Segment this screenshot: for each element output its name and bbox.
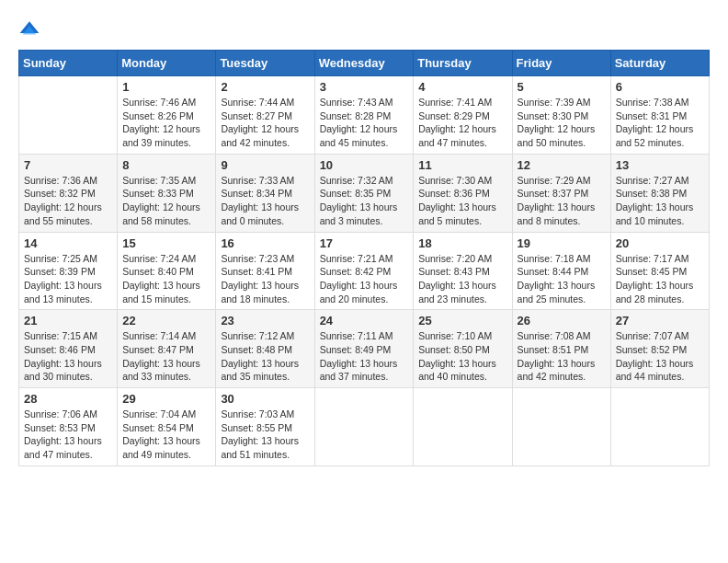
day-number: 4 (418, 80, 506, 94)
calendar-cell: 19Sunrise: 7:18 AMSunset: 8:44 PMDayligh… (512, 232, 610, 310)
day-number: 25 (418, 314, 506, 327)
day-info: Sunrise: 7:43 AMSunset: 8:28 PMDaylight:… (320, 96, 409, 150)
calendar-cell: 18Sunrise: 7:20 AMSunset: 8:43 PMDayligh… (414, 232, 512, 310)
day-number: 20 (616, 236, 704, 250)
calendar-cell: 25Sunrise: 7:10 AMSunset: 8:50 PMDayligh… (414, 310, 512, 388)
calendar-cell: 16Sunrise: 7:23 AMSunset: 8:41 PMDayligh… (216, 232, 314, 310)
day-number: 8 (122, 158, 210, 172)
day-info: Sunrise: 7:33 AMSunset: 8:34 PMDaylight:… (221, 174, 309, 228)
day-info: Sunrise: 7:38 AMSunset: 8:31 PMDaylight:… (616, 96, 704, 150)
calendar-cell (314, 388, 414, 466)
day-info: Sunrise: 7:11 AMSunset: 8:49 PMDaylight:… (320, 329, 409, 384)
day-info: Sunrise: 7:39 AMSunset: 8:30 PMDaylight:… (518, 96, 606, 150)
day-number: 24 (320, 314, 409, 327)
calendar-cell: 26Sunrise: 7:08 AMSunset: 8:51 PMDayligh… (512, 310, 610, 388)
calendar-cell (512, 388, 610, 466)
day-info: Sunrise: 7:12 AMSunset: 8:48 PMDaylight:… (221, 329, 309, 384)
day-number: 6 (616, 80, 704, 94)
day-number: 10 (320, 158, 409, 172)
calendar-cell: 29Sunrise: 7:04 AMSunset: 8:54 PMDayligh… (118, 388, 216, 466)
logo (18, 18, 44, 40)
calendar-cell (414, 388, 512, 466)
weekday-header: Thursday (414, 51, 512, 76)
day-number: 2 (221, 80, 309, 94)
calendar-cell (19, 76, 118, 155)
weekday-header: Friday (512, 51, 610, 76)
day-number: 22 (122, 314, 210, 327)
day-info: Sunrise: 7:27 AMSunset: 8:38 PMDaylight:… (616, 174, 704, 228)
day-info: Sunrise: 7:35 AMSunset: 8:33 PMDaylight:… (122, 174, 210, 228)
day-info: Sunrise: 7:46 AMSunset: 8:26 PMDaylight:… (122, 96, 210, 150)
page-header (18, 18, 710, 40)
day-info: Sunrise: 7:44 AMSunset: 8:27 PMDaylight:… (221, 96, 309, 150)
calendar-cell: 15Sunrise: 7:24 AMSunset: 8:40 PMDayligh… (118, 232, 216, 310)
day-info: Sunrise: 7:18 AMSunset: 8:44 PMDaylight:… (518, 252, 606, 306)
day-number: 23 (221, 314, 309, 327)
day-info: Sunrise: 7:32 AMSunset: 8:35 PMDaylight:… (320, 174, 409, 228)
calendar-cell: 6Sunrise: 7:38 AMSunset: 8:31 PMDaylight… (610, 76, 709, 155)
calendar-table: SundayMondayTuesdayWednesdayThursdayFrid… (18, 50, 710, 466)
calendar-cell: 9Sunrise: 7:33 AMSunset: 8:34 PMDaylight… (216, 154, 314, 232)
weekday-header: Tuesday (216, 51, 314, 76)
day-info: Sunrise: 7:20 AMSunset: 8:43 PMDaylight:… (418, 252, 506, 306)
day-number: 14 (24, 236, 112, 250)
day-info: Sunrise: 7:41 AMSunset: 8:29 PMDaylight:… (418, 96, 506, 150)
day-info: Sunrise: 7:17 AMSunset: 8:45 PMDaylight:… (616, 252, 704, 306)
calendar-week-row: 14Sunrise: 7:25 AMSunset: 8:39 PMDayligh… (19, 232, 710, 310)
calendar-header-row: SundayMondayTuesdayWednesdayThursdayFrid… (19, 51, 710, 76)
calendar-cell: 12Sunrise: 7:29 AMSunset: 8:37 PMDayligh… (512, 154, 610, 232)
calendar-cell: 21Sunrise: 7:15 AMSunset: 8:46 PMDayligh… (19, 310, 118, 388)
day-number: 27 (616, 314, 704, 327)
day-number: 9 (221, 158, 309, 172)
logo-icon (18, 18, 40, 40)
day-number: 30 (221, 392, 309, 406)
day-number: 15 (122, 236, 210, 250)
day-info: Sunrise: 7:21 AMSunset: 8:42 PMDaylight:… (320, 252, 409, 306)
day-info: Sunrise: 7:14 AMSunset: 8:47 PMDaylight:… (122, 329, 210, 384)
calendar-cell: 8Sunrise: 7:35 AMSunset: 8:33 PMDaylight… (118, 154, 216, 232)
day-info: Sunrise: 7:08 AMSunset: 8:51 PMDaylight:… (518, 329, 606, 384)
calendar-week-row: 7Sunrise: 7:36 AMSunset: 8:32 PMDaylight… (19, 154, 710, 232)
day-number: 18 (418, 236, 506, 250)
day-number: 1 (122, 80, 210, 94)
day-number: 13 (616, 158, 704, 172)
day-info: Sunrise: 7:10 AMSunset: 8:50 PMDaylight:… (418, 329, 506, 384)
calendar-cell: 4Sunrise: 7:41 AMSunset: 8:29 PMDaylight… (414, 76, 512, 155)
day-info: Sunrise: 7:15 AMSunset: 8:46 PMDaylight:… (24, 329, 112, 384)
calendar-cell: 27Sunrise: 7:07 AMSunset: 8:52 PMDayligh… (610, 310, 709, 388)
weekday-header: Saturday (610, 51, 709, 76)
day-info: Sunrise: 7:23 AMSunset: 8:41 PMDaylight:… (221, 252, 309, 306)
calendar-cell: 11Sunrise: 7:30 AMSunset: 8:36 PMDayligh… (414, 154, 512, 232)
calendar-week-row: 21Sunrise: 7:15 AMSunset: 8:46 PMDayligh… (19, 310, 710, 388)
day-number: 28 (24, 392, 112, 406)
calendar-cell: 28Sunrise: 7:06 AMSunset: 8:53 PMDayligh… (19, 388, 118, 466)
calendar-cell: 5Sunrise: 7:39 AMSunset: 8:30 PMDaylight… (512, 76, 610, 155)
day-info: Sunrise: 7:06 AMSunset: 8:53 PMDaylight:… (24, 408, 112, 462)
day-info: Sunrise: 7:03 AMSunset: 8:55 PMDaylight:… (221, 408, 309, 462)
weekday-header: Monday (118, 51, 216, 76)
calendar-cell: 1Sunrise: 7:46 AMSunset: 8:26 PMDaylight… (118, 76, 216, 155)
calendar-cell: 3Sunrise: 7:43 AMSunset: 8:28 PMDaylight… (314, 76, 414, 155)
day-number: 7 (24, 158, 112, 172)
weekday-header: Wednesday (314, 51, 414, 76)
day-number: 16 (221, 236, 309, 250)
calendar-week-row: 1Sunrise: 7:46 AMSunset: 8:26 PMDaylight… (19, 76, 710, 155)
weekday-header: Sunday (19, 51, 118, 76)
calendar-cell: 14Sunrise: 7:25 AMSunset: 8:39 PMDayligh… (19, 232, 118, 310)
calendar-cell (610, 388, 709, 466)
day-number: 29 (122, 392, 210, 406)
day-number: 5 (518, 80, 606, 94)
calendar-week-row: 28Sunrise: 7:06 AMSunset: 8:53 PMDayligh… (19, 388, 710, 466)
day-number: 21 (24, 314, 112, 327)
calendar-cell: 30Sunrise: 7:03 AMSunset: 8:55 PMDayligh… (216, 388, 314, 466)
day-number: 17 (320, 236, 409, 250)
day-info: Sunrise: 7:36 AMSunset: 8:32 PMDaylight:… (24, 174, 112, 228)
day-info: Sunrise: 7:04 AMSunset: 8:54 PMDaylight:… (122, 408, 210, 462)
day-number: 3 (320, 80, 409, 94)
day-number: 12 (518, 158, 606, 172)
calendar-cell: 2Sunrise: 7:44 AMSunset: 8:27 PMDaylight… (216, 76, 314, 155)
day-number: 26 (518, 314, 606, 327)
day-info: Sunrise: 7:07 AMSunset: 8:52 PMDaylight:… (616, 329, 704, 384)
day-info: Sunrise: 7:29 AMSunset: 8:37 PMDaylight:… (518, 174, 606, 228)
calendar-cell: 22Sunrise: 7:14 AMSunset: 8:47 PMDayligh… (118, 310, 216, 388)
